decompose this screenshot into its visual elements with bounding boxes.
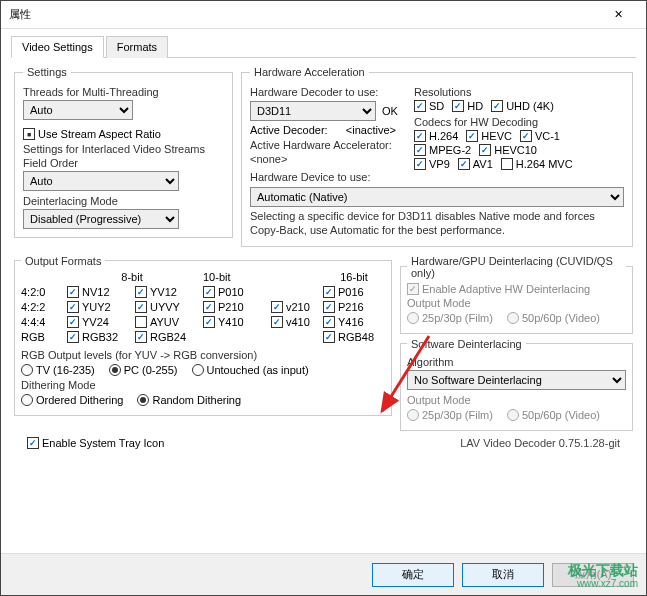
fmt-row-420: 4:2:0 [21, 286, 61, 298]
settings-legend: Settings [23, 66, 71, 78]
fmt-row-422: 4:2:2 [21, 301, 61, 313]
properties-dialog: 属性 ✕ Video Settings Formats Settings Thr… [0, 0, 647, 596]
hw-25p-radio: 25p/30p (Film) [407, 312, 493, 324]
fmt-v410-checkbox[interactable]: v410 [271, 316, 317, 328]
res-hd-checkbox[interactable]: HD [452, 100, 483, 112]
interlaced-settings-label: Settings for Interlaced Video Streams [23, 143, 224, 155]
sw-algo-select[interactable]: No Software Deinterlacing [407, 370, 626, 390]
sw-25p-radio: 25p/30p (Film) [407, 409, 493, 421]
res-uhd-checkbox[interactable]: UHD (4K) [491, 100, 554, 112]
field-order-select[interactable]: Auto [23, 171, 179, 191]
rgb-pc-radio[interactable]: PC (0-255) [109, 364, 178, 376]
codec-hevc-checkbox[interactable]: HEVC [466, 130, 512, 142]
sw-50p-radio: 50p/60p (Video) [507, 409, 600, 421]
field-order-label: Field Order [23, 157, 224, 169]
tab-strip: Video Settings Formats [11, 35, 636, 58]
hw-deint-group: Hardware/GPU Deinterlacing (CUVID/QS onl… [400, 255, 633, 334]
hw-outmode-label: Output Mode [407, 297, 626, 309]
fmt-rgb24-checkbox[interactable]: RGB24 [135, 331, 197, 343]
hw-accel-group: Hardware Acceleration Hardware Decoder t… [241, 66, 633, 247]
codec-av1-checkbox[interactable]: AV1 [458, 158, 493, 170]
hw-device-select[interactable]: Automatic (Native) [250, 187, 624, 207]
output-formats-legend: Output Formats [21, 255, 105, 267]
fmt-hdr-8bit: 8-bit [67, 271, 197, 283]
hw-50p-radio: 50p/60p (Video) [507, 312, 600, 324]
fmt-yv24-checkbox[interactable]: YV24 [67, 316, 129, 328]
fmt-rgb32-checkbox[interactable]: RGB32 [67, 331, 129, 343]
codec-vp9-checkbox[interactable]: VP9 [414, 158, 450, 170]
active-decoder-value: <inactive> [346, 124, 396, 136]
hw-decoder-label: Hardware Decoder to use: [250, 86, 406, 98]
sw-deint-group: Software Deinterlacing Algorithm No Soft… [400, 338, 633, 431]
codec-mpeg2-checkbox[interactable]: MPEG-2 [414, 144, 471, 156]
deint-mode-select[interactable]: Disabled (Progressive) [23, 209, 179, 229]
tab-formats[interactable]: Formats [106, 36, 168, 58]
checkbox-icon [23, 128, 35, 140]
codec-hevc10-checkbox[interactable]: HEVC10 [479, 144, 537, 156]
fmt-p010-checkbox[interactable]: P010 [203, 286, 265, 298]
codecs-label: Codecs for HW Decoding [414, 116, 624, 128]
rgb-tv-radio[interactable]: TV (16-235) [21, 364, 95, 376]
button-bar: 确定 取消 应用(A) [1, 553, 646, 595]
fmt-hdr-16bit: 16-bit [323, 271, 385, 283]
hw-device-label: Hardware Device to use: [250, 171, 406, 183]
fmt-ayuv-checkbox[interactable]: AYUV [135, 316, 197, 328]
hw-adaptive-checkbox: Enable Adaptive HW Deinterlacing [407, 283, 626, 295]
tray-icon-checkbox[interactable]: Enable System Tray Icon [27, 437, 164, 449]
active-decoder-label: Active Decoder: [250, 124, 328, 136]
fmt-y416-checkbox[interactable]: Y416 [323, 316, 385, 328]
fmt-yuy2-checkbox[interactable]: YUY2 [67, 301, 129, 313]
fmt-rgb48-checkbox[interactable]: RGB48 [323, 331, 385, 343]
fmt-nv12-checkbox[interactable]: NV12 [67, 286, 129, 298]
tab-video-settings[interactable]: Video Settings [11, 36, 104, 58]
fmt-p216-checkbox[interactable]: P216 [323, 301, 385, 313]
dithering-label: Dithering Mode [21, 379, 385, 391]
codec-h264-checkbox[interactable]: H.264 [414, 130, 458, 142]
rgb-levels-label: RGB Output levels (for YUV -> RGB conver… [21, 349, 385, 361]
active-accel-label: Active Hardware Accelerator: [250, 139, 406, 151]
hw-accel-legend: Hardware Acceleration [250, 66, 369, 78]
hw-decoder-select[interactable]: D3D11 [250, 101, 376, 121]
active-accel-value: <none> [250, 153, 406, 165]
fmt-uyvy-checkbox[interactable]: UYVY [135, 301, 197, 313]
fmt-row-rgb: RGB [21, 331, 61, 343]
hw-device-note: Selecting a specific device for D3D11 di… [250, 209, 624, 238]
fmt-p210-checkbox[interactable]: P210 [203, 301, 265, 313]
watermark-line2: www.xz7.com [568, 578, 638, 589]
window-title: 属性 [9, 7, 598, 22]
hw-deint-legend: Hardware/GPU Deinterlacing (CUVID/QS onl… [407, 255, 626, 279]
sw-algo-label: Algorithm [407, 356, 626, 368]
watermark-line1: 极光下载站 [568, 563, 638, 578]
dither-random-radio[interactable]: Random Dithering [137, 394, 241, 406]
rgb-untouched-radio[interactable]: Untouched (as input) [192, 364, 309, 376]
codec-h264mvc-checkbox[interactable]: H.264 MVC [501, 158, 573, 170]
close-icon: ✕ [614, 8, 623, 21]
fmt-hdr-10bit: 10-bit [203, 271, 317, 283]
close-button[interactable]: ✕ [598, 1, 638, 29]
version-label: LAV Video Decoder 0.75.1.28-git [460, 437, 620, 449]
threads-label: Threads for Multi-Threading [23, 86, 224, 98]
res-sd-checkbox[interactable]: SD [414, 100, 444, 112]
ok-button[interactable]: 确定 [372, 563, 454, 587]
fmt-row-444: 4:4:4 [21, 316, 61, 328]
hw-decoder-status: OK [382, 105, 398, 117]
fmt-yv12-checkbox[interactable]: YV12 [135, 286, 197, 298]
cancel-button[interactable]: 取消 [462, 563, 544, 587]
dither-ordered-radio[interactable]: Ordered Dithering [21, 394, 123, 406]
fmt-p016-checkbox[interactable]: P016 [323, 286, 385, 298]
output-formats-group: Output Formats 8-bit 10-bit 16-bit 4:2:0… [14, 255, 392, 416]
fmt-y410-checkbox[interactable]: Y410 [203, 316, 265, 328]
fmt-v210-checkbox[interactable]: v210 [271, 301, 317, 313]
sw-outmode-label: Output Mode [407, 394, 626, 406]
resolutions-label: Resolutions [414, 86, 624, 98]
titlebar: 属性 ✕ [1, 1, 646, 29]
deint-mode-label: Deinterlacing Mode [23, 195, 224, 207]
threads-select[interactable]: Auto [23, 100, 133, 120]
watermark: 极光下载站 www.xz7.com [568, 563, 638, 589]
use-stream-ar-checkbox[interactable]: Use Stream Aspect Ratio [23, 128, 161, 140]
sw-deint-legend: Software Deinterlacing [407, 338, 526, 350]
settings-group: Settings Threads for Multi-Threading Aut… [14, 66, 233, 238]
codec-vc1-checkbox[interactable]: VC-1 [520, 130, 560, 142]
